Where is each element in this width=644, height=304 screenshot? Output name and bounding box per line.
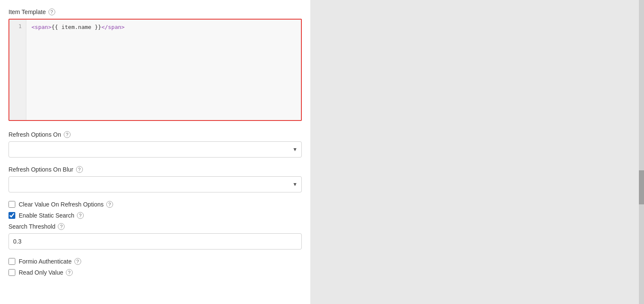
- open-close-bracket: </: [101, 24, 108, 30]
- line-number-1: 1: [14, 23, 22, 29]
- refresh-options-on-select[interactable]: [9, 141, 302, 158]
- refresh-options-on-blur-section: Refresh Options On Blur ? ▼: [9, 166, 302, 192]
- close-bracket: >: [48, 24, 51, 30]
- read-only-value-checkbox[interactable]: [9, 269, 15, 276]
- right-panel: ▲: [310, 0, 644, 304]
- span-close-tag: span: [108, 24, 121, 30]
- formio-authenticate-label-text: Formio Authenticate: [19, 258, 72, 265]
- scrollbar-thumb[interactable]: [639, 170, 644, 204]
- search-threshold-help-icon[interactable]: ?: [58, 223, 65, 230]
- read-only-value-row: Read Only Value ?: [9, 269, 302, 276]
- enable-static-search-help-icon[interactable]: ?: [77, 212, 84, 219]
- code-editor[interactable]: 1 <span>{{ item.name }}</span>: [9, 19, 302, 121]
- refresh-options-on-blur-label: Refresh Options On Blur ?: [9, 166, 302, 173]
- formio-authenticate-label: Formio Authenticate ?: [19, 258, 81, 265]
- search-threshold-input[interactable]: [9, 233, 302, 250]
- refresh-options-on-help-icon[interactable]: ?: [64, 131, 71, 138]
- refresh-options-on-label: Refresh Options On ?: [9, 131, 302, 138]
- clear-value-checkbox[interactable]: [9, 201, 15, 208]
- refresh-options-on-blur-help-icon[interactable]: ?: [76, 166, 83, 173]
- close-close-bracket: >: [121, 24, 125, 30]
- clear-value-help-icon[interactable]: ?: [106, 201, 113, 208]
- clear-value-label: Clear Value On Refresh Options ?: [19, 201, 113, 208]
- search-threshold-section: Search Threshold ?: [9, 223, 302, 250]
- refresh-options-on-blur-label-text: Refresh Options On Blur: [9, 166, 74, 173]
- template-expression: {{ item.name }}: [51, 24, 101, 30]
- refresh-options-on-section: Refresh Options On ? ▼: [9, 131, 302, 158]
- read-only-value-help-icon[interactable]: ?: [66, 269, 73, 276]
- scrollbar-track: [639, 0, 644, 304]
- code-content[interactable]: <span>{{ item.name }}</span>: [26, 20, 301, 120]
- item-template-help-icon[interactable]: ?: [48, 9, 55, 15]
- checkboxes-group: Clear Value On Refresh Options ? Enable …: [9, 201, 302, 219]
- item-template-label: Item Template ?: [9, 9, 302, 15]
- search-threshold-label-text: Search Threshold: [9, 223, 55, 230]
- clear-value-row: Clear Value On Refresh Options ?: [9, 201, 302, 208]
- item-template-section: Item Template ? 1 <span>{{ item.name }}<…: [9, 9, 302, 121]
- refresh-options-on-wrapper: ▼: [9, 141, 302, 158]
- bottom-checkboxes-group: Formio Authenticate ? Read Only Value ?: [9, 258, 302, 276]
- refresh-options-on-blur-select[interactable]: [9, 176, 302, 192]
- search-threshold-label: Search Threshold ?: [9, 223, 302, 230]
- open-bracket: <: [31, 24, 35, 30]
- line-numbers: 1: [9, 20, 26, 120]
- refresh-options-on-blur-wrapper: ▼: [9, 176, 302, 192]
- read-only-value-label-text: Read Only Value: [19, 269, 63, 276]
- formio-authenticate-checkbox[interactable]: [9, 258, 15, 265]
- item-template-label-text: Item Template: [9, 9, 46, 15]
- enable-static-search-label: Enable Static Search ?: [19, 212, 84, 219]
- enable-static-search-label-text: Enable Static Search: [19, 212, 74, 219]
- enable-static-search-checkbox[interactable]: [9, 212, 15, 219]
- main-panel: Item Template ? 1 <span>{{ item.name }}<…: [0, 0, 310, 304]
- read-only-value-label: Read Only Value ?: [19, 269, 73, 276]
- clear-value-label-text: Clear Value On Refresh Options: [19, 201, 104, 208]
- formio-authenticate-help-icon[interactable]: ?: [74, 258, 81, 265]
- refresh-options-on-label-text: Refresh Options On: [9, 131, 61, 138]
- enable-static-search-row: Enable Static Search ?: [9, 212, 302, 219]
- code-line-1: <span>{{ item.name }}</span>: [31, 23, 296, 32]
- span-tag: span: [35, 24, 48, 30]
- formio-authenticate-row: Formio Authenticate ?: [9, 258, 302, 265]
